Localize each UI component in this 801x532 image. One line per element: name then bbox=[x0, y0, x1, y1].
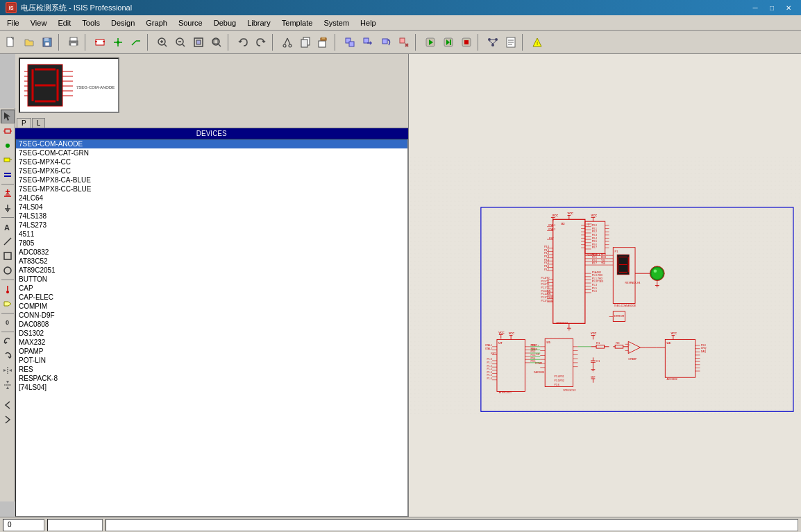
step-button[interactable] bbox=[440, 34, 457, 51]
zoom-out-button[interactable] bbox=[172, 34, 189, 51]
device-item-17[interactable]: CAP-ELEC bbox=[16, 293, 407, 302]
device-item-15[interactable]: BUTTON bbox=[16, 275, 407, 284]
menu-help[interactable]: Help bbox=[355, 16, 382, 30]
wire-button[interactable] bbox=[128, 34, 144, 51]
svg-text:P1.1-THD: P1.1-THD bbox=[591, 277, 602, 280]
device-item-18[interactable]: COMPIM bbox=[16, 302, 407, 311]
menu-library[interactable]: Library bbox=[242, 16, 276, 30]
new-button[interactable] bbox=[3, 34, 19, 51]
close-button[interactable]: ✕ bbox=[782, 3, 795, 12]
circle-tool[interactable] bbox=[1, 264, 15, 277]
junction-button[interactable] bbox=[110, 34, 126, 51]
mirror-x-tool[interactable] bbox=[1, 363, 15, 377]
schematic-canvas-area[interactable]: VCC VCC RP1 bbox=[409, 54, 802, 517]
redo-button[interactable] bbox=[253, 34, 269, 51]
menu-source[interactable]: Source bbox=[173, 16, 208, 30]
device-item-21[interactable]: DS1302 bbox=[16, 329, 407, 338]
component-button[interactable] bbox=[92, 34, 108, 51]
select-tool[interactable] bbox=[1, 110, 15, 123]
electrical-rules-button[interactable]: ! bbox=[529, 34, 546, 51]
device-item-24[interactable]: POT-LIN bbox=[16, 356, 407, 365]
bus-tool[interactable] bbox=[1, 168, 15, 182]
box-tool[interactable] bbox=[1, 249, 15, 263]
rotate-right-tool[interactable] bbox=[1, 349, 15, 363]
component-tool[interactable] bbox=[1, 124, 15, 138]
zoom-fit-button[interactable] bbox=[190, 34, 207, 51]
ground-tool[interactable] bbox=[1, 201, 15, 215]
stop-button[interactable] bbox=[458, 34, 475, 51]
menu-file[interactable]: File bbox=[1, 16, 25, 30]
pan-left-tool[interactable] bbox=[1, 398, 15, 412]
svg-text:P1.6: P1.6 bbox=[591, 290, 596, 293]
tab-L[interactable]: L bbox=[32, 118, 46, 128]
separator-5 bbox=[272, 34, 276, 51]
text-tool[interactable]: A bbox=[1, 220, 15, 234]
window-controls[interactable]: ─ □ ✕ bbox=[748, 3, 795, 12]
netlist-button[interactable] bbox=[484, 34, 501, 51]
device-item-2[interactable]: 7SEG-MPX4-CC bbox=[16, 157, 407, 166]
zoom-area-button[interactable] bbox=[208, 34, 225, 51]
device-item-9[interactable]: 74LS273 bbox=[16, 221, 407, 230]
device-item-12[interactable]: ADC0832 bbox=[16, 248, 407, 257]
device-item-13[interactable]: AT83C52 bbox=[16, 257, 407, 266]
device-item-10[interactable]: 4511 bbox=[16, 230, 407, 239]
svg-text:P1.0-THD: P1.0-THD bbox=[591, 274, 602, 277]
device-item-7[interactable]: 74LS04 bbox=[16, 203, 407, 212]
mirror-y-tool[interactable] bbox=[1, 378, 15, 392]
svg-text:P3.4/P01: P3.4/P01 bbox=[554, 375, 564, 378]
device-item-23[interactable]: OPAMP bbox=[16, 347, 407, 356]
menu-graph[interactable]: Graph bbox=[140, 16, 173, 30]
device-item-16[interactable]: CAP bbox=[16, 284, 407, 293]
device-item-19[interactable]: CONN-D9F bbox=[16, 311, 407, 320]
probe-tool[interactable] bbox=[1, 282, 15, 296]
play-button[interactable] bbox=[422, 34, 439, 51]
block-move-button[interactable] bbox=[360, 34, 376, 51]
svg-point-31 bbox=[289, 44, 292, 47]
device-item-0[interactable]: 7SEG-COM-ANODE bbox=[16, 139, 407, 148]
device-item-25[interactable]: RES bbox=[16, 365, 407, 374]
menu-design[interactable]: Design bbox=[106, 16, 140, 30]
tab-P[interactable]: P bbox=[17, 118, 31, 128]
wire-label-tool[interactable] bbox=[1, 153, 15, 167]
open-button[interactable] bbox=[21, 34, 37, 51]
menu-system[interactable]: System bbox=[318, 16, 355, 30]
maximize-button[interactable]: □ bbox=[765, 3, 779, 12]
device-item-20[interactable]: DAC0808 bbox=[16, 320, 407, 329]
device-list[interactable]: 7SEG-COM-ANODE 7SEG-COM-CAT-GRN 7SEG-MPX… bbox=[15, 139, 408, 517]
menu-template[interactable]: Template bbox=[276, 16, 319, 30]
menu-debug[interactable]: Debug bbox=[208, 16, 242, 30]
device-item-11[interactable]: 7805 bbox=[16, 239, 407, 248]
bom-button[interactable] bbox=[503, 34, 519, 51]
minimize-button[interactable]: ─ bbox=[748, 3, 762, 12]
terminal-tool[interactable] bbox=[1, 297, 15, 311]
block-delete-button[interactable] bbox=[396, 34, 412, 51]
menu-edit[interactable]: Edit bbox=[52, 16, 76, 30]
device-item-1[interactable]: 7SEG-COM-CAT-GRN bbox=[16, 148, 407, 157]
paste-button[interactable] bbox=[315, 34, 332, 51]
cut-button[interactable] bbox=[279, 34, 296, 51]
rotate-left-tool[interactable] bbox=[1, 334, 15, 348]
print-button[interactable] bbox=[65, 34, 82, 51]
block-rotate-button[interactable] bbox=[378, 34, 394, 51]
power-tool[interactable] bbox=[1, 187, 15, 200]
svg-text:P1.1: P1.1 bbox=[487, 361, 491, 364]
device-item-26[interactable]: RESPACK-8 bbox=[16, 374, 407, 383]
device-item-22[interactable]: MAX232 bbox=[16, 338, 407, 347]
menu-tools[interactable]: Tools bbox=[76, 16, 106, 30]
save-button[interactable] bbox=[39, 34, 56, 51]
device-item-8[interactable]: 74LS138 bbox=[16, 212, 407, 221]
menu-view[interactable]: View bbox=[25, 16, 53, 30]
device-item-4[interactable]: 7SEG-MPX8-CA-BLUE bbox=[16, 175, 407, 185]
undo-button[interactable] bbox=[235, 34, 251, 51]
device-item-27[interactable]: [74LS04] bbox=[16, 383, 407, 392]
device-item-6[interactable]: 24LC64 bbox=[16, 194, 407, 203]
zoom-in-button[interactable] bbox=[154, 34, 171, 51]
block-copy-button[interactable] bbox=[342, 34, 358, 51]
line-tool[interactable] bbox=[1, 234, 15, 248]
pan-right-tool[interactable] bbox=[1, 413, 15, 427]
device-item-5[interactable]: 7SEG-MPX8-CC-BLUE bbox=[16, 185, 407, 194]
copy-button[interactable] bbox=[297, 34, 314, 51]
junction-tool[interactable] bbox=[1, 139, 15, 153]
device-item-3[interactable]: 7SEG-MPX6-CC bbox=[16, 166, 407, 175]
device-item-14[interactable]: AT89C2051 bbox=[16, 266, 407, 275]
